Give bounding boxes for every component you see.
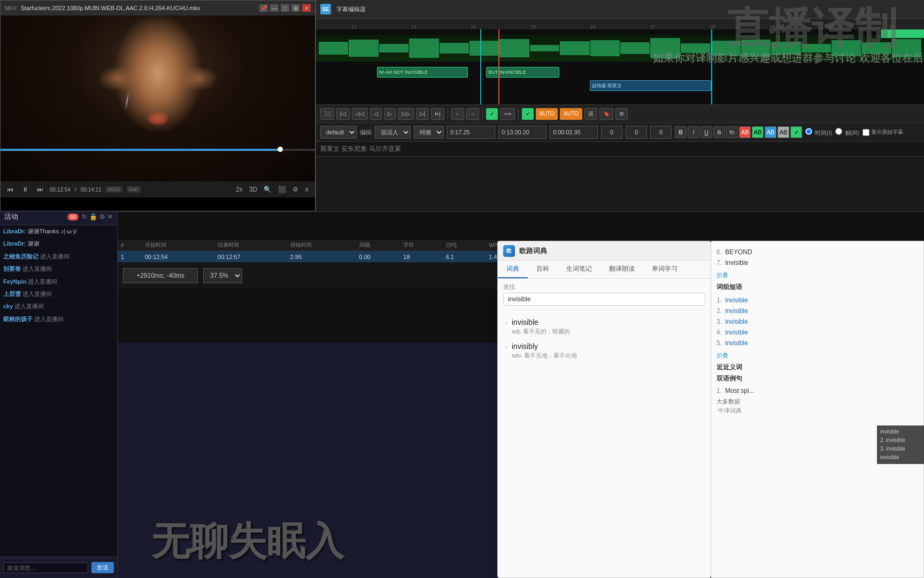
duration-input[interactable]: [550, 126, 598, 139]
check2-button[interactable]: ✓: [522, 108, 534, 120]
num-input-3[interactable]: [650, 126, 672, 139]
speaker-dropdown[interactable]: 说话人: [375, 126, 411, 139]
restore-button[interactable]: □: [281, 4, 289, 12]
chat-close-icon[interactable]: ✕: [107, 213, 113, 220]
next-frame-button[interactable]: ▷|: [416, 108, 429, 120]
settings-button[interactable]: ⚙: [290, 185, 301, 194]
fold-btn-1[interactable]: 折叠: [717, 271, 918, 279]
lang-button[interactable]: 语: [584, 108, 597, 120]
col-gap: 间隔: [356, 240, 401, 251]
bookmark-button[interactable]: 🔖: [599, 108, 613, 120]
settings-btn[interactable]: ⚙: [615, 108, 628, 120]
col-start: 开始时间: [142, 240, 214, 251]
prev-button[interactable]: ◁: [370, 108, 382, 120]
stop-button[interactable]: ⬛: [320, 108, 334, 120]
zoom-button[interactable]: 🔍: [261, 185, 274, 194]
timeline-block-2[interactable]: BUT INVINCIBLE: [486, 67, 559, 78]
playhead[interactable]: [498, 29, 499, 104]
beyond-text: BEYOND: [725, 248, 752, 256]
strike-button[interactable]: S: [713, 126, 725, 138]
chat-message-2: LibraDr: 谢谢: [3, 240, 114, 248]
progress-bar[interactable]: [1, 149, 315, 151]
prev-button[interactable]: ⏮: [5, 185, 16, 194]
num-input-2[interactable]: [626, 126, 647, 139]
timeline-block-1[interactable]: NI AM NOT INVISIBLE: [377, 67, 468, 78]
ruler-marks: 12 13 14 15 16 17 18 19 20 24: [321, 19, 919, 29]
extra-controls: 2x 3D 🔍 ⬛ ⚙ ≡: [234, 185, 311, 194]
codec2-badge: AAC: [127, 186, 141, 193]
dict-entry-invisible[interactable]: › invisible adj. 看不见的；暗藏的: [498, 315, 711, 339]
ab2-button[interactable]: AB: [752, 126, 764, 138]
entry-content-invisibly: invisibly adv. 看不见地；看不出地: [512, 342, 703, 360]
frame-radio-label[interactable]: 帧(R): [835, 128, 859, 137]
italic-button[interactable]: I: [688, 126, 699, 138]
show-original-checkbox[interactable]: [863, 129, 869, 136]
phrase-section: 词组短语: [717, 283, 918, 292]
auto-button[interactable]: AUTO: [536, 108, 558, 120]
effect-dropdown[interactable]: 特效: [414, 126, 444, 139]
se-title: 字幕编辑器: [336, 5, 366, 13]
minimize-button[interactable]: —: [270, 4, 279, 12]
chat-refresh-icon[interactable]: ↻: [82, 213, 87, 220]
example-section: 双语例句: [717, 374, 918, 383]
prev-sec-button[interactable]: ◁◁: [352, 108, 368, 120]
next-button[interactable]: ▷: [384, 108, 396, 120]
offset-input[interactable]: [123, 268, 198, 283]
time-radio-label[interactable]: 时间(I): [805, 128, 832, 137]
adjust-panel: 37.5%: [118, 262, 497, 289]
phrase-4-text: invisible: [725, 329, 748, 336]
time-radio[interactable]: [805, 128, 812, 135]
speed-button[interactable]: 2x: [234, 185, 245, 194]
close-button[interactable]: ✕: [302, 4, 311, 12]
tab-baike[interactable]: 百科: [528, 261, 558, 278]
video-face: [1, 16, 315, 181]
frame-radio[interactable]: [835, 128, 842, 135]
chat-lock-icon[interactable]: 🔒: [89, 213, 97, 220]
total-time: 00:14:11: [81, 187, 102, 193]
next-sec-button[interactable]: ▷▷: [398, 108, 414, 120]
forward-button[interactable]: ⟹: [500, 108, 515, 120]
cell-end: 00:12:57: [214, 251, 287, 263]
prev-frame-button[interactable]: |◁: [336, 108, 350, 120]
ab1-button[interactable]: AB: [739, 126, 751, 138]
fold-btn-2[interactable]: 折叠: [717, 352, 918, 360]
timeline-block-3[interactable]: 赵纳森·斯莱文: [590, 80, 711, 91]
screenshot-button[interactable]: ⬛: [276, 185, 288, 194]
dict-search-input[interactable]: [503, 293, 705, 306]
style-dropdown[interactable]: default: [320, 126, 357, 139]
start-time-input[interactable]: [447, 126, 495, 139]
show-original-label[interactable]: 显示原始字幕: [863, 128, 903, 136]
fn-button[interactable]: fn: [726, 126, 738, 138]
timeline-tracks: NI AM NOT INVISIBLE BUT INVINCIBLE 赵纳森·斯…: [316, 29, 924, 104]
set-in-button[interactable]: ←: [451, 108, 464, 120]
separator-3: [518, 109, 519, 119]
tab-notes[interactable]: 生词笔记: [558, 261, 600, 278]
ruler-tick-16: 16: [590, 24, 596, 29]
ab4-button[interactable]: AB: [777, 126, 789, 138]
tab-translate[interactable]: 翻译朗读: [600, 261, 643, 278]
confirm-button[interactable]: ✓: [486, 108, 498, 120]
bold-button[interactable]: B: [675, 126, 687, 138]
3d-button[interactable]: 3D: [247, 185, 259, 194]
dict-entry-invisibly[interactable]: › invisibly adv. 看不见地；看不出地: [498, 339, 711, 363]
auto2-button[interactable]: AUTO: [560, 108, 582, 120]
expand-button[interactable]: ⊞: [291, 4, 300, 12]
menu-button[interactable]: ≡: [303, 185, 311, 194]
pin-button[interactable]: 📌: [259, 4, 268, 12]
percent-select[interactable]: 37.5%: [203, 268, 242, 283]
set-out-button[interactable]: →: [466, 108, 479, 120]
play-button[interactable]: ⏸: [20, 185, 30, 194]
phrase-4: 4. invisible: [717, 327, 918, 338]
next-button[interactable]: ⏭: [35, 185, 45, 194]
num-input-1[interactable]: [601, 126, 622, 139]
ruler-tick-19: 19: [769, 24, 775, 29]
right-item-invisible7: 7. Invisible: [717, 257, 918, 268]
confirm2-button[interactable]: ✓: [790, 126, 802, 138]
chat-settings-icon[interactable]: ⚙: [99, 213, 105, 220]
tab-study[interactable]: 单词学习: [643, 261, 686, 278]
underline-button[interactable]: U: [700, 126, 712, 138]
last-button[interactable]: ⊳|: [431, 108, 444, 120]
ab3-button[interactable]: AB: [765, 126, 776, 138]
tab-cidian[interactable]: 词典: [498, 261, 528, 278]
current-time-input[interactable]: [498, 126, 546, 139]
